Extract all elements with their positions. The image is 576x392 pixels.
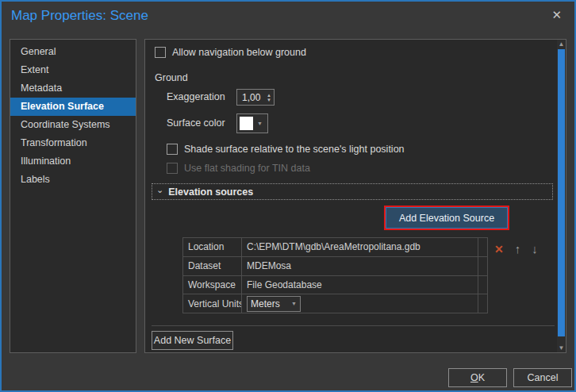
sidebar-item-illumination[interactable]: Illumination xyxy=(10,152,136,171)
sidebar-item-metadata[interactable]: Metadata xyxy=(10,79,136,98)
dataset-value[interactable]: MDEMosa xyxy=(242,256,478,275)
workspace-label: Workspace xyxy=(183,275,242,294)
chevron-down-icon: ▼ xyxy=(257,121,263,126)
ground-section-label: Ground xyxy=(155,72,188,83)
add-elevation-source-button[interactable]: Add Elevation Source xyxy=(386,207,508,229)
sidebar-item-elevation-surface[interactable]: Elevation Surface xyxy=(10,98,136,116)
scroll-down-icon[interactable]: ▼ xyxy=(557,344,566,352)
shade-surface-label: Shade surface relative to the scene's li… xyxy=(184,144,405,155)
table-row: Workspace File Geodatabase xyxy=(183,275,488,294)
elevation-sources-expander[interactable]: ⌄ Elevation sources xyxy=(152,183,553,200)
flat-shading-label: Use flat shading for TIN data xyxy=(184,163,310,174)
move-down-icon[interactable]: ↓ xyxy=(532,242,538,256)
flat-shading-checkbox xyxy=(167,163,178,174)
surface-color-dropdown[interactable]: ▼ xyxy=(236,113,268,133)
sidebar-item-transformation[interactable]: Transformation xyxy=(10,134,136,152)
table-row: Dataset MDEMosa xyxy=(183,256,488,275)
cancel-button[interactable]: Cancel xyxy=(513,368,572,387)
map-properties-dialog: Map Properties: Scene ✕ General Extent M… xyxy=(0,0,576,392)
table-actions: ✕ ↑ ↓ xyxy=(494,242,538,256)
ok-button[interactable]: OK xyxy=(448,368,507,387)
table-row: Location C:\EPM\DTM\gdb\AreaMetropolitan… xyxy=(183,238,488,257)
sidebar-item-labels[interactable]: Labels xyxy=(10,171,136,189)
exaggeration-value[interactable]: 1,00 xyxy=(237,92,267,103)
surface-color-swatch xyxy=(240,117,253,130)
scrollbar[interactable]: ▲ ▼ xyxy=(557,40,566,352)
dataset-label: Dataset xyxy=(183,256,242,275)
move-up-icon[interactable]: ↑ xyxy=(515,242,521,256)
vertical-units-label: Vertical Units xyxy=(183,294,242,313)
close-icon[interactable]: ✕ xyxy=(547,6,566,24)
chevron-down-icon: ⌄ xyxy=(156,186,163,193)
vertical-units-dropdown[interactable]: Meters ▼ xyxy=(247,296,301,312)
exaggeration-label: Exaggeration xyxy=(167,91,225,102)
vertical-units-value: Meters xyxy=(251,298,280,309)
add-new-surface-button[interactable]: Add New Surface xyxy=(152,331,233,350)
scrollbar-thumb[interactable] xyxy=(558,49,565,336)
sidebar-item-extent[interactable]: Extent xyxy=(10,61,136,79)
sidebar-item-general[interactable]: General xyxy=(10,43,136,61)
scroll-up-icon[interactable]: ▲ xyxy=(557,40,566,48)
shade-surface-row: Shade surface relative to the scene's li… xyxy=(167,144,405,155)
divider xyxy=(152,325,555,326)
sidebar-item-coordinate-systems[interactable]: Coordinate Systems xyxy=(10,116,136,134)
elevation-source-table: Location C:\EPM\DTM\gdb\AreaMetropolitan… xyxy=(182,237,488,313)
workspace-value[interactable]: File Geodatabase xyxy=(242,275,478,294)
allow-navigation-row: Allow navigation below ground xyxy=(155,47,306,58)
exaggeration-stepper[interactable]: 1,00 ▲▼ xyxy=(236,89,275,106)
stepper-arrows-icon[interactable]: ▲▼ xyxy=(267,93,274,102)
shade-surface-checkbox[interactable] xyxy=(167,144,178,155)
sidebar: General Extent Metadata Elevation Surfac… xyxy=(10,39,136,353)
table-row: Vertical Units Meters ▼ xyxy=(183,294,488,313)
annotation-highlight-rectangle: Add Elevation Source xyxy=(384,206,509,230)
dialog-title: Map Properties: Scene xyxy=(11,8,148,24)
chevron-down-icon: ▼ xyxy=(291,301,297,306)
allow-navigation-checkbox[interactable] xyxy=(155,47,166,58)
location-label: Location xyxy=(183,238,242,257)
main-panel: Allow navigation below ground Ground Exa… xyxy=(144,39,566,353)
remove-source-icon[interactable]: ✕ xyxy=(494,243,504,256)
surface-color-label: Surface color xyxy=(167,117,225,129)
allow-navigation-label: Allow navigation below ground xyxy=(172,47,306,58)
title-bar: Map Properties: Scene ✕ xyxy=(2,2,574,33)
location-value[interactable]: C:\EPM\DTM\gdb\AreaMetropolitana.gdb xyxy=(242,238,478,257)
flat-shading-row: Use flat shading for TIN data xyxy=(167,163,310,174)
elevation-sources-label: Elevation sources xyxy=(168,186,253,198)
